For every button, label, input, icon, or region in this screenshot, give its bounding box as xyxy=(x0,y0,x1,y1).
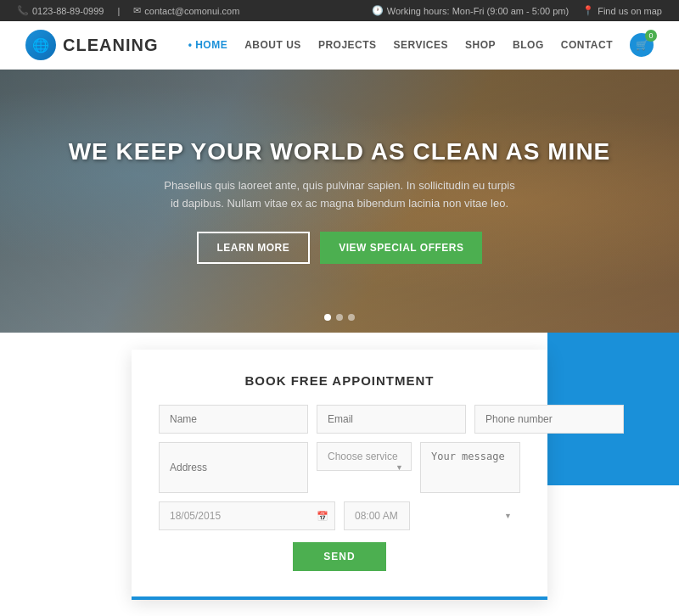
nav-services[interactable]: SERVICES xyxy=(394,39,448,51)
logo[interactable]: 🌐 CLEANING xyxy=(25,30,158,60)
time-select-wrapper: 08:00 AM 09:00 AM 10:00 AM xyxy=(344,501,520,530)
site-header: 🌐 CLEANING HOME ABOUT US PROJECTS SERVIC… xyxy=(0,21,679,70)
phone-input[interactable] xyxy=(474,405,624,434)
middle-section: BOOK FREE APPOINTMENT Choose service Hou… xyxy=(0,333,679,616)
booking-card: BOOK FREE APPOINTMENT Choose service Hou… xyxy=(132,350,547,600)
nav-blog[interactable]: BLOG xyxy=(513,39,544,51)
hero-title: WE KEEP YOUR WORLD AS CLEAN AS MINE xyxy=(69,138,611,165)
logo-text: CLEANING xyxy=(63,36,158,55)
logo-icon: 🌐 xyxy=(25,30,56,60)
send-button[interactable]: SEND xyxy=(293,542,385,571)
cart-icon[interactable]: 🛒 0 xyxy=(630,33,654,57)
hero-dots xyxy=(324,314,355,321)
learn-more-button[interactable]: LEARN MORE xyxy=(197,232,311,264)
nav-about[interactable]: ABOUT US xyxy=(244,39,301,51)
time-select[interactable]: 08:00 AM 09:00 AM 10:00 AM xyxy=(344,501,410,530)
phone-info: 📞 0123-88-89-0999 xyxy=(17,5,104,16)
clock-icon: 🕐 xyxy=(372,5,384,16)
nav-projects[interactable]: PROJECTS xyxy=(318,39,377,51)
nav-shop[interactable]: SHOP xyxy=(465,39,496,51)
phone-icon: 📞 xyxy=(17,5,29,16)
hero-content: WE KEEP YOUR WORLD AS CLEAN AS MINE Phas… xyxy=(52,121,628,281)
map-icon: 📍 xyxy=(582,5,594,16)
nav-home[interactable]: HOME xyxy=(188,39,228,51)
booking-title: BOOK FREE APPOINTMENT xyxy=(159,373,520,388)
name-input[interactable] xyxy=(159,405,308,434)
hours-info: 🕐 Working hours: Mon-Fri (9:00 am - 5:00… xyxy=(372,5,569,16)
hero-buttons: LEARN MORE VIEW SPECIAL OFFERS xyxy=(69,232,611,264)
dot-3[interactable] xyxy=(348,314,355,321)
form-row-3: 08:00 AM 09:00 AM 10:00 AM xyxy=(159,501,520,530)
date-input[interactable] xyxy=(159,501,335,530)
email-icon: ✉ xyxy=(133,5,141,16)
date-wrapper xyxy=(159,501,335,530)
form-row-1 xyxy=(159,405,520,434)
dot-2[interactable] xyxy=(336,314,343,321)
hero-section: WE KEEP YOUR WORLD AS CLEAN AS MINE Phas… xyxy=(0,70,679,333)
dot-1[interactable] xyxy=(324,314,331,321)
view-offers-button[interactable]: VIEW SPECIAL OFFERS xyxy=(320,232,482,264)
map-info: 📍 Find us on map xyxy=(582,5,662,16)
form-row-2: Choose service House Cleaning Office Cle… xyxy=(159,442,520,493)
cart-badge: 0 xyxy=(645,30,657,42)
address-input[interactable] xyxy=(159,442,308,493)
main-nav: HOME ABOUT US PROJECTS SERVICES SHOP BLO… xyxy=(188,33,654,57)
service-select-wrapper: Choose service House Cleaning Office Cle… xyxy=(317,442,412,493)
email-info: ✉ contact@comonui.com xyxy=(133,5,239,16)
send-button-wrapper: SEND xyxy=(159,542,520,571)
top-bar: 📞 0123-88-89-0999 | ✉ contact@comonui.co… xyxy=(0,0,679,21)
email-input[interactable] xyxy=(317,405,466,434)
booking-wrapper: BOOK FREE APPOINTMENT Choose service Hou… xyxy=(0,333,679,616)
nav-contact[interactable]: CONTACT xyxy=(561,39,613,51)
hero-subtitle: Phasellus quis laoreet ante, quis pulvin… xyxy=(161,177,518,213)
service-select[interactable]: Choose service House Cleaning Office Cle… xyxy=(317,442,412,471)
message-input[interactable] xyxy=(420,442,520,493)
